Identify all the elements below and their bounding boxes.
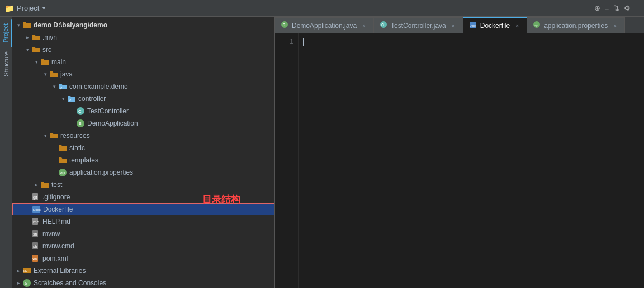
editor-code[interactable] xyxy=(299,33,644,288)
tree-icon-folder xyxy=(49,131,58,140)
tree-label-mvnw: mvnw xyxy=(42,230,60,238)
toolbar: 📁 Project ▾ ⊕ ≡ ⇅ ⚙ − xyxy=(0,0,644,17)
tree-item-Dockerfile[interactable]: DockDockerfile xyxy=(12,203,274,215)
tree-item-java[interactable]: ▾java xyxy=(12,68,274,80)
svg-text:sh: sh xyxy=(33,244,37,248)
tab-close-TestController[interactable]: × xyxy=(449,22,457,30)
tree-icon-scratch: S xyxy=(22,279,31,287)
tree-item-mvnw[interactable]: shmvnw xyxy=(12,228,274,240)
tree-arrow-mvn[interactable]: ▸ xyxy=(23,33,31,41)
list-action-btn[interactable]: ≡ xyxy=(605,4,609,12)
tree-item-templates[interactable]: templates xyxy=(12,154,274,166)
tree-label-static: static xyxy=(69,144,85,152)
tree-icon-gitignore: git xyxy=(31,193,40,201)
sidebar-item-structure[interactable]: Structure xyxy=(1,47,11,81)
editor-tab-Dockerfile[interactable]: DockDockerfile× xyxy=(463,17,527,33)
tab-label-DemoApplication: DemoApplication.java xyxy=(292,22,357,30)
tree-label-Dockerfile: Dockerfile xyxy=(43,205,73,213)
editor-tab-application-properties[interactable]: apapplication.properties× xyxy=(527,17,625,33)
tree-label-controller: controller xyxy=(78,95,106,103)
editor-tab-DemoApplication[interactable]: SDemoApplication.java× xyxy=(275,17,374,33)
tree-label-templates: templates xyxy=(69,156,98,164)
svg-text:p: p xyxy=(69,98,71,102)
tab-icon-properties: ap xyxy=(533,21,541,30)
tree-label-mvnw-cmd: mvnw.cmd xyxy=(42,242,74,250)
tree-item-DemoApplication[interactable]: SDemoApplication xyxy=(12,117,274,129)
tree-item-main[interactable]: ▾main xyxy=(12,56,274,68)
line-number-1: 1 xyxy=(275,37,293,47)
tree-arrow-resources[interactable]: ▾ xyxy=(41,132,49,140)
tree-item-scratches[interactable]: ▸SScratches and Consoles xyxy=(12,277,274,288)
tab-icon-dockerfile: Dock xyxy=(469,21,477,31)
sort-action-btn[interactable]: ⇅ xyxy=(613,4,619,12)
tree-label-scratches: Scratches and Consoles xyxy=(34,279,106,287)
tree-label-TestController: TestController xyxy=(87,107,129,115)
tree-item-static[interactable]: static xyxy=(12,142,274,154)
svg-text:Dock: Dock xyxy=(470,24,476,27)
tab-label-application-properties: application.properties xyxy=(544,22,608,30)
tree-arrow-src[interactable]: ▾ xyxy=(23,46,31,54)
svg-text:lib: lib xyxy=(23,270,27,273)
tree-icon-java-class: C xyxy=(76,107,85,116)
project-panel-body: ▾demo D:\baiyang\demo▸.mvn▾src▾main▾java… xyxy=(12,17,274,288)
tree-item-mvn[interactable]: ▸.mvn xyxy=(12,31,274,44)
svg-text:S: S xyxy=(25,281,27,286)
tree-label-test: test xyxy=(51,181,62,189)
tree-item-demo-root[interactable]: ▾demo D:\baiyang\demo xyxy=(12,19,274,31)
globe-action-btn[interactable]: ⊕ xyxy=(594,4,600,12)
minimize-action-btn[interactable]: − xyxy=(635,4,640,12)
tree-label-mvn: .mvn xyxy=(42,33,57,41)
tab-close-DemoApplication[interactable]: × xyxy=(360,22,368,30)
tree-item-mvnw-cmd[interactable]: shmvnw.cmd xyxy=(12,240,274,252)
tree-arrow-controller[interactable]: ▾ xyxy=(59,95,67,103)
tree-arrow-com-example-demo[interactable]: ▾ xyxy=(50,83,58,90)
folder-icon: 📁 xyxy=(4,4,13,13)
tab-label-TestController: TestController.java xyxy=(391,22,446,30)
tree-label-HELP-md: HELP.md xyxy=(42,218,70,225)
tree-icon-mvnw: sh xyxy=(31,229,40,238)
tree-label-gitignore: .gitignore xyxy=(42,193,70,201)
tree-arrow-external-libs[interactable]: ▸ xyxy=(15,267,22,275)
tree-item-controller[interactable]: ▾pcontroller xyxy=(12,93,274,105)
tree-icon-help: md xyxy=(31,217,40,226)
tree-arrow-java[interactable]: ▾ xyxy=(41,70,49,78)
tree-item-pom-xml[interactable]: xmlpom.xml xyxy=(12,252,274,265)
tree-icon-mvnw: sh xyxy=(31,242,40,251)
dropdown-icon[interactable]: ▾ xyxy=(42,5,45,11)
svg-text:C: C xyxy=(381,23,384,27)
editor-tab-TestController[interactable]: CTestController.java× xyxy=(374,17,463,33)
sidebar-item-project[interactable]: Project xyxy=(1,19,12,47)
tab-icon-java-class: C xyxy=(380,21,387,30)
tree-label-DemoApplication: DemoApplication xyxy=(87,119,138,127)
tab-icon-spring: S xyxy=(281,21,288,30)
svg-text:git: git xyxy=(33,195,37,200)
tree-icon-folder xyxy=(31,33,40,42)
tree-label-application-properties: application.properties xyxy=(69,169,133,176)
toolbar-left: 📁 Project ▾ xyxy=(4,4,45,13)
tree-arrow-test[interactable]: ▸ xyxy=(32,181,40,189)
tree-item-application-properties[interactable]: apapplication.properties xyxy=(12,166,274,179)
tree-item-src[interactable]: ▾src xyxy=(12,44,274,56)
tree-label-java: java xyxy=(60,70,73,78)
tree-label-com-example-demo: com.example.demo xyxy=(69,83,128,90)
tree-label-demo-root: demo D:\baiyang\demo xyxy=(34,21,107,29)
tree-icon-folder xyxy=(31,45,40,54)
settings-action-btn[interactable]: ⚙ xyxy=(624,4,631,12)
tree-arrow-demo-root[interactable]: ▾ xyxy=(15,21,22,29)
tree-icon-folder xyxy=(22,21,31,30)
tree-item-external-libs[interactable]: ▸libExternal Libraries xyxy=(12,265,274,277)
tab-close-Dockerfile[interactable]: × xyxy=(513,22,521,30)
tree-item-TestController[interactable]: CTestController xyxy=(12,105,274,117)
main-layout: Project Structure ▾demo D:\baiyang\demo▸… xyxy=(0,17,644,288)
tree-label-pom-xml: pom.xml xyxy=(42,255,68,262)
tree-item-com-example-demo[interactable]: ▾pcom.example.demo xyxy=(12,80,274,93)
tree-item-test[interactable]: ▸test xyxy=(12,179,274,191)
tree-item-gitignore[interactable]: git.gitignore xyxy=(12,191,274,203)
svg-text:sh: sh xyxy=(33,232,37,236)
tree-arrow-main[interactable]: ▾ xyxy=(32,58,40,66)
tree-icon-folder xyxy=(40,180,49,189)
tab-close-application-properties[interactable]: × xyxy=(611,22,619,30)
tree-arrow-scratches[interactable]: ▸ xyxy=(15,279,22,287)
tree-item-HELP-md[interactable]: mdHELP.md xyxy=(12,215,274,228)
tree-item-resources[interactable]: ▾resources xyxy=(12,129,274,142)
